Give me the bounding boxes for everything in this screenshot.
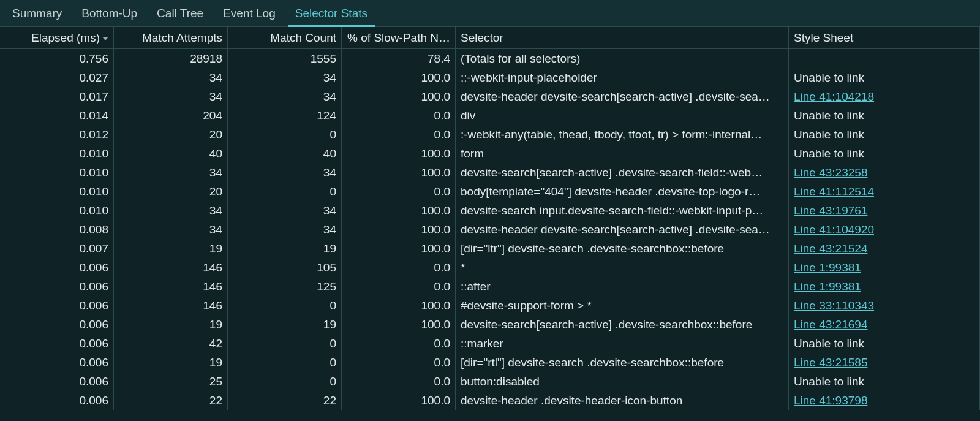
stylesheet-link[interactable]: Line 43:21585 (794, 356, 867, 369)
elapsed-value: 0.006 (79, 356, 108, 369)
stylesheet-link[interactable]: Line 43:19761 (794, 204, 867, 217)
count-value: 22 (323, 394, 336, 407)
table-cell: 0 (228, 182, 342, 201)
table-cell: Line 43:23258 (789, 163, 980, 182)
table-cell: 78.4 (342, 49, 456, 68)
tab-event-log[interactable]: Event Log (213, 0, 285, 27)
table-cell: [dir="rtl"] devsite-search .devsite-sear… (456, 353, 789, 372)
elapsed-value: 0.010 (79, 166, 108, 179)
attempts-value: 28918 (190, 52, 222, 65)
stylesheet-link[interactable]: Line 41:104218 (794, 90, 874, 103)
table-cell: 125 (228, 277, 342, 296)
table-cell (789, 49, 980, 68)
pct-value: 0.0 (434, 128, 450, 141)
elapsed-value: 0.006 (79, 318, 108, 331)
table-cell: Unable to link (789, 125, 980, 144)
attempts-value: 19 (209, 356, 222, 369)
table-cell: Unable to link (789, 372, 980, 391)
stylesheet-link[interactable]: Line 41:93798 (794, 394, 867, 407)
table-cell: 100.0 (342, 220, 456, 239)
column-header[interactable]: % of Slow-Path N… (342, 27, 456, 49)
stylesheet-link[interactable]: Line 41:112514 (794, 185, 874, 198)
elapsed-value: 0.006 (79, 375, 108, 388)
column-header[interactable]: Match Attempts (114, 27, 228, 49)
table-cell: 22 (228, 391, 342, 410)
tab-summary[interactable]: Summary (2, 0, 72, 27)
stylesheet-text: Unable to link (794, 109, 864, 122)
column-header[interactable]: Match Count (228, 27, 342, 49)
pct-value: 0.0 (434, 109, 450, 122)
panel-tab-bar: SummaryBottom-UpCall TreeEvent LogSelect… (0, 0, 980, 27)
table-cell: #devsite-support-form > * (456, 296, 789, 315)
attempts-value: 34 (209, 166, 222, 179)
count-value: 0 (330, 185, 336, 198)
count-value: 105 (317, 261, 336, 274)
table-cell: Line 1:99381 (789, 277, 980, 296)
stylesheet-link[interactable]: Line 43:21694 (794, 318, 867, 331)
column-header[interactable]: Elapsed (ms) (0, 27, 114, 49)
table-cell: Unable to link (789, 68, 980, 87)
table-cell: 0.017 (0, 87, 114, 106)
selector-value: div (461, 109, 475, 122)
stylesheet-link[interactable]: Line 43:23258 (794, 166, 867, 179)
pct-value: 100.0 (421, 242, 450, 255)
table-cell: 0 (228, 125, 342, 144)
column-header-label: Style Sheet (794, 31, 853, 44)
table-cell: 0.010 (0, 144, 114, 163)
table-cell: Line 41:104218 (789, 87, 980, 106)
table-cell: 100.0 (342, 144, 456, 163)
count-value: 19 (323, 318, 336, 331)
tab-label: Summary (12, 7, 62, 20)
table-cell: div (456, 106, 789, 125)
stylesheet-link[interactable]: Line 33:110343 (794, 299, 874, 312)
table-cell: 100.0 (342, 315, 456, 334)
table-cell: ::after (456, 277, 789, 296)
selector-value: devsite-header devsite-search[search-act… (461, 223, 770, 236)
table-cell: 20 (114, 125, 228, 144)
table-cell: 34 (228, 220, 342, 239)
tab-bottom-up[interactable]: Bottom-Up (72, 0, 147, 27)
elapsed-value: 0.027 (79, 71, 108, 84)
stylesheet-link[interactable]: Line 1:99381 (794, 280, 861, 293)
attempts-value: 42 (209, 337, 222, 350)
table-cell: Line 1:99381 (789, 258, 980, 277)
column-header[interactable]: Style Sheet (789, 27, 980, 49)
table-cell: 124 (228, 106, 342, 125)
tab-call-tree[interactable]: Call Tree (147, 0, 213, 27)
column-header-label: Match Attempts (142, 31, 222, 44)
table-cell: Unable to link (789, 106, 980, 125)
stylesheet-link[interactable]: Line 43:21524 (794, 242, 867, 255)
table-cell: Line 41:93798 (789, 391, 980, 410)
table-cell: 34 (114, 68, 228, 87)
table-cell: 100.0 (342, 163, 456, 182)
stylesheet-link[interactable]: Line 41:104920 (794, 223, 874, 236)
table-cell: 0.0 (342, 277, 456, 296)
pct-value: 100.0 (421, 318, 450, 331)
table-cell: 0.006 (0, 277, 114, 296)
table-cell: 25 (114, 372, 228, 391)
table-cell: devsite-header devsite-search[search-act… (456, 87, 789, 106)
table-cell: form (456, 144, 789, 163)
table-cell: 40 (228, 144, 342, 163)
stylesheet-link[interactable]: Line 1:99381 (794, 261, 861, 274)
pct-value: 100.0 (421, 71, 450, 84)
attempts-value: 34 (209, 204, 222, 217)
selector-value: * (461, 261, 465, 274)
column-header[interactable]: Selector (456, 27, 789, 49)
table-cell: 0.006 (0, 315, 114, 334)
table-cell: 0.010 (0, 201, 114, 220)
elapsed-value: 0.006 (79, 394, 108, 407)
count-value: 34 (323, 166, 336, 179)
table-cell: 0 (228, 334, 342, 353)
table-cell: :-webkit-any(table, thead, tbody, tfoot,… (456, 125, 789, 144)
table-cell: 0.0 (342, 182, 456, 201)
attempts-value: 146 (203, 299, 222, 312)
table-cell: 0.006 (0, 258, 114, 277)
tab-label: Call Tree (157, 7, 203, 20)
tab-label: Event Log (223, 7, 276, 20)
pct-value: 100.0 (421, 166, 450, 179)
stylesheet-text: Unable to link (794, 71, 864, 84)
table-cell: 0.006 (0, 353, 114, 372)
pct-value: 0.0 (434, 261, 450, 274)
tab-selector-stats[interactable]: Selector Stats (285, 0, 377, 27)
